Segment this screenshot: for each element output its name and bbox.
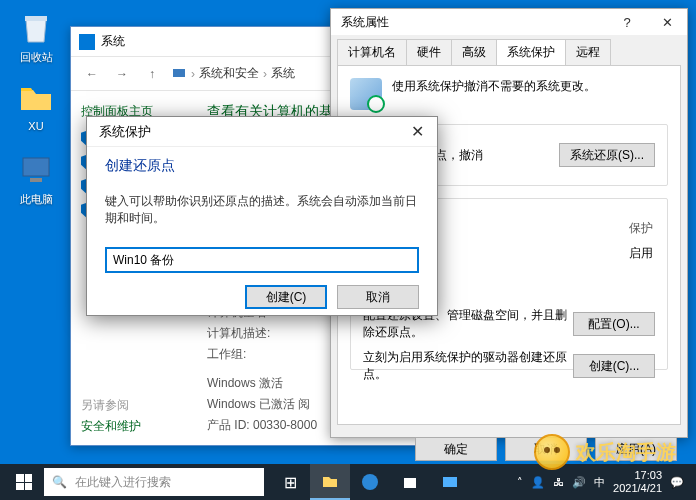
dialog-heading: 创建还原点: [105, 157, 419, 175]
protection-status: 启用: [530, 242, 653, 265]
breadcrumb-item[interactable]: 系统: [271, 65, 295, 82]
cancel-button[interactable]: 取消: [337, 285, 419, 309]
close-button[interactable]: ✕: [647, 9, 687, 35]
breadcrumb[interactable]: › 系统和安全 › 系统: [171, 65, 295, 82]
configure-button[interactable]: 配置(O)...: [573, 312, 655, 336]
chevron-right-icon: ›: [191, 67, 195, 81]
nav-forward-button[interactable]: →: [111, 63, 133, 85]
folder-icon: [18, 80, 54, 116]
tray-clock[interactable]: 17:03 2021/4/21: [613, 469, 662, 495]
windows-logo-icon: [16, 474, 32, 490]
tray-chevron-up-icon[interactable]: ˄: [517, 476, 523, 489]
create-restore-button[interactable]: 创建(C)...: [573, 354, 655, 378]
tab-system-protection[interactable]: 系统保护: [496, 39, 566, 65]
search-placeholder: 在此键入进行搜索: [75, 474, 171, 491]
nav-back-button[interactable]: ←: [81, 63, 103, 85]
tray-people-icon[interactable]: 👤: [531, 476, 545, 489]
folder-icon: [321, 472, 339, 490]
tray-ime-indicator[interactable]: 中: [594, 475, 605, 490]
props-desc-text: 使用系统保护撤消不需要的系统更改。: [392, 78, 596, 110]
dialog-title: 系统保护: [99, 123, 151, 141]
security-maintenance-link[interactable]: 安全和维护: [81, 418, 141, 435]
edge-icon: [361, 473, 379, 491]
help-button[interactable]: ?: [607, 9, 647, 35]
system-icon: [79, 34, 95, 50]
col-protection: 保护: [530, 217, 653, 240]
props-titlebar[interactable]: 系统属性 ? ✕: [331, 9, 687, 35]
see-also-section: 另请参阅 安全和维护: [81, 397, 141, 435]
tray-notifications-icon[interactable]: 💬: [670, 476, 684, 489]
task-view-button[interactable]: ⊞: [270, 464, 310, 500]
tab-remote[interactable]: 远程: [565, 39, 611, 65]
taskbar-app-explorer[interactable]: [310, 464, 350, 500]
tray-time: 17:03: [613, 469, 662, 482]
search-icon: 🔍: [52, 475, 67, 489]
desktop-icon-label: 此电脑: [6, 192, 66, 207]
close-button[interactable]: ✕: [397, 117, 437, 147]
desktop-icon-folder-xu[interactable]: XU: [6, 80, 66, 132]
dialog-desc: 键入可以帮助你识别还原点的描述。系统会自动添加当前日期和时间。: [105, 193, 419, 227]
mail-icon: [441, 473, 459, 491]
desktop-icon-label: 回收站: [6, 50, 66, 65]
pc-icon: [18, 152, 54, 188]
props-tabs: 计算机名 硬件 高级 系统保护 远程: [331, 35, 687, 65]
breadcrumb-item[interactable]: 系统和安全: [199, 65, 259, 82]
desktop-icon-label: XU: [6, 120, 66, 132]
create-button[interactable]: 创建(C): [245, 285, 327, 309]
system-tray: ˄ 👤 🖧 🔊 中 17:03 2021/4/21 💬: [517, 469, 692, 495]
cancel-button[interactable]: 取消: [505, 437, 587, 461]
svg-rect-5: [443, 477, 457, 487]
tab-hardware[interactable]: 硬件: [406, 39, 452, 65]
ok-button[interactable]: 确定: [415, 437, 497, 461]
create-restore-point-dialog: 系统保护 ✕ 创建还原点 键入可以帮助你识别还原点的描述。系统会自动添加当前日期…: [86, 116, 438, 316]
nav-up-button[interactable]: ↑: [141, 63, 163, 85]
system-restore-button[interactable]: 系统还原(S)...: [559, 143, 655, 167]
create-desc-text: 立刻为启用系统保护的驱动器创建还原点。: [363, 349, 573, 383]
pc-icon: [171, 66, 187, 82]
restore-point-name-input[interactable]: [105, 247, 419, 273]
restore-icon: [350, 78, 382, 110]
svg-rect-0: [23, 158, 49, 176]
desktop-icon-recycle-bin[interactable]: 回收站: [6, 10, 66, 65]
taskbar-search-input[interactable]: 🔍 在此键入进行搜索: [44, 468, 264, 496]
tray-network-icon[interactable]: 🖧: [553, 476, 564, 488]
taskbar-app-mail[interactable]: [430, 464, 470, 500]
taskbar-app-edge[interactable]: [350, 464, 390, 500]
tab-computer-name[interactable]: 计算机名: [337, 39, 407, 65]
props-title: 系统属性: [341, 14, 389, 31]
taskbar: 🔍 在此键入进行搜索 ⊞ ˄ 👤 🖧 🔊 中 17:03 2021/4/21 💬: [0, 464, 696, 500]
apply-button[interactable]: 应用(A): [595, 437, 677, 461]
system-title: 系统: [101, 33, 125, 50]
store-icon: [401, 473, 419, 491]
dialog-titlebar[interactable]: 系统保护 ✕: [87, 117, 437, 147]
tray-date: 2021/4/21: [613, 482, 662, 495]
start-button[interactable]: [4, 464, 44, 500]
recycle-bin-icon: [18, 10, 54, 46]
svg-point-3: [362, 474, 378, 490]
chevron-right-icon: ›: [263, 67, 267, 81]
svg-rect-2: [173, 69, 185, 77]
svg-rect-4: [404, 478, 416, 488]
see-also-heading: 另请参阅: [81, 397, 141, 414]
props-footer: 确定 取消 应用(A): [331, 431, 687, 467]
svg-rect-1: [30, 178, 42, 182]
tray-volume-icon[interactable]: 🔊: [572, 476, 586, 489]
taskbar-app-store[interactable]: [390, 464, 430, 500]
tab-advanced[interactable]: 高级: [451, 39, 497, 65]
desktop-icon-this-pc[interactable]: 此电脑: [6, 152, 66, 207]
